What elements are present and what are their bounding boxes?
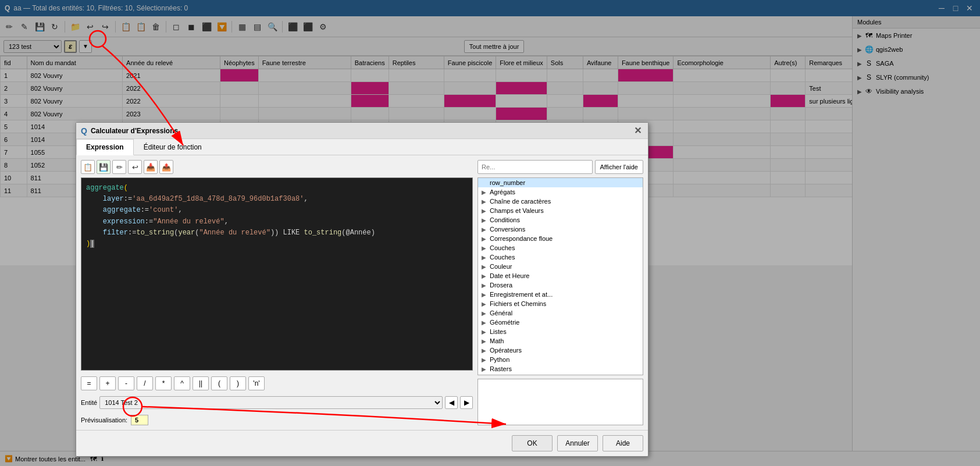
tree-item[interactable]: ▶Agrégats [478,187,643,197]
tree-arrow-icon: ▶ [482,301,490,307]
op-close-paren[interactable]: ) [230,376,246,390]
tree-item[interactable]: ▶Chaîne de caractères [478,197,643,206]
tree-item[interactable]: ▶Date et Heure [478,271,643,280]
tree-arrow-icon: ▶ [482,291,490,298]
op-minus[interactable]: - [118,376,134,390]
dialog-title-bar: Q Calculateur d'Expressions ✕ [76,123,648,139]
tree-arrow-icon: ▶ [482,236,490,242]
op-concat[interactable]: || [193,376,209,390]
tree-arrow-icon: ▶ [482,347,490,354]
dialog-body: 📋 💾 ✏ ↩ 📥 📤 aggregate( layer:='aa_6d49a2… [76,155,648,430]
tree-arrow-icon: ▶ [482,282,490,289]
tree-item-label: Fichiers et Chemins [490,300,639,307]
tree-item[interactable]: ▶Couches [478,243,643,252]
tree-item-label: Date et Heure [490,272,639,279]
tree-item[interactable]: ▶Général [478,308,643,318]
help-area [477,379,643,425]
tree-item-label: Conversions [490,226,639,233]
tree-item-label: Général [490,310,639,316]
tree-arrow-icon: ▶ [482,319,490,326]
expression-editor[interactable]: aggregate( layer:='aa_6d49a2f5_1d8a_478d… [81,177,473,371]
op-pow[interactable]: ^ [174,376,190,390]
preview-value: 5 [131,415,148,425]
tree-arrow-icon: ▶ [482,217,490,223]
tree-item-label: Drosera [490,282,639,289]
entity-selector[interactable]: 1014 Test 2 [99,396,443,409]
expression-code: aggregate( layer:='aa_6d49a2f5_1d8a_478d… [86,183,468,250]
tree-item[interactable]: ▶Drosera [478,280,643,290]
tree-arrow-icon: ▶ [482,208,490,214]
tree-item-label: Récent (generic) [490,375,639,375]
tree-arrow-icon: ▶ [482,264,490,270]
op-newline[interactable]: 'n' [248,376,265,390]
tree-item[interactable]: ▶Couleur [478,262,643,271]
tab-editor[interactable]: Éditeur de fonction [134,139,212,155]
dialog-icon: Q [81,126,87,136]
tree-item[interactable]: ▶Opérateurs [478,346,643,355]
preview-label: Prévisualisation: [81,417,127,424]
tree-item[interactable]: ▶Python [478,355,643,364]
function-tree-panel: Afficher l'aide row_number▶Agrégats▶Chaî… [477,160,643,425]
tree-item[interactable]: ▶Correspondance floue [478,234,643,243]
dialog-tabs: Expression Éditeur de fonction [76,139,648,155]
tree-item-label: row_number [490,179,639,186]
tree-item[interactable]: ▶Rasters [478,364,643,373]
expr-copy-btn[interactable]: 📋 [81,160,95,174]
tree-item[interactable]: ▶Récent (generic) [478,373,643,375]
op-mul[interactable]: * [155,376,172,390]
tree-item[interactable]: ▶Conditions [478,215,643,225]
tree-item[interactable]: ▶Géométrie [478,318,643,327]
tree-arrow-icon: ▶ [482,273,490,279]
expression-panel: 📋 💾 ✏ ↩ 📥 📤 aggregate( layer:='aa_6d49a2… [81,160,473,425]
tab-expression[interactable]: Expression [76,139,134,155]
tree-item-label: Couches [490,254,639,261]
tree-item-label: Math [490,337,639,344]
tree-arrow-icon: ▶ [482,375,490,376]
help-btn[interactable]: Aide [603,435,643,451]
entity-row: Entité 1014 Test 2 ◀ ▶ [81,396,473,409]
expr-import-btn[interactable]: 📥 [144,160,158,174]
tree-item-label: Couches [490,244,639,251]
cancel-btn[interactable]: Annuler [557,435,598,451]
tree-item-label: Couleur [490,263,639,270]
tree-item-label: Correspondance floue [490,235,639,242]
entity-label: Entité [81,399,97,406]
tree-item[interactable]: ▶Champs et Valeurs [478,206,643,215]
expr-edit-btn[interactable]: ✏ [112,160,126,174]
preview-row: Prévisualisation: 5 [81,415,473,425]
entity-prev-btn[interactable]: ◀ [445,396,458,409]
expression-calculator-dialog: Q Calculateur d'Expressions ✕ Expression… [76,122,648,457]
tree-item[interactable]: ▶Couches [478,252,643,262]
function-tree[interactable]: row_number▶Agrégats▶Chaîne de caractères… [477,177,643,375]
operator-bar: = + - / * ^ || ( ) 'n' [81,374,473,390]
tree-arrow-icon: ▶ [482,226,490,233]
tree-item[interactable]: row_number [478,178,643,187]
tree-item-label: Python [490,356,639,363]
expr-export-btn[interactable]: 📤 [159,160,173,174]
tree-item-label: Listes [490,328,639,335]
tree-arrow-icon: ▶ [482,357,490,363]
tree-item[interactable]: ▶Fichiers et Chemins [478,299,643,308]
tree-arrow-icon: ▶ [482,338,490,344]
expr-load-btn[interactable]: ↩ [128,160,142,174]
tree-item[interactable]: ▶Listes [478,327,643,336]
expr-save-btn[interactable]: 💾 [97,160,111,174]
tree-item[interactable]: ▶Conversions [478,225,643,234]
tree-item-label: Rasters [490,365,639,372]
show-help-btn[interactable]: Afficher l'aide [595,160,644,174]
tree-arrow-icon: ▶ [482,366,490,372]
ok-btn[interactable]: OK [512,435,553,451]
tree-item[interactable]: ▶Math [478,336,643,346]
op-div[interactable]: / [137,376,153,390]
tree-arrow-icon: ▶ [482,254,490,261]
tree-item-label: Enregistrement et at... [490,291,639,298]
op-eq[interactable]: = [81,376,97,390]
tree-arrow-icon: ▶ [482,310,490,316]
function-search[interactable] [477,160,593,174]
tree-item[interactable]: ▶Enregistrement et at... [478,290,643,299]
op-open-paren[interactable]: ( [211,376,227,390]
tree-item-label: Chaîne de caractères [490,198,639,205]
entity-next-btn[interactable]: ▶ [460,396,473,409]
op-plus[interactable]: + [99,376,116,390]
dialog-close-btn[interactable]: ✕ [632,125,643,137]
